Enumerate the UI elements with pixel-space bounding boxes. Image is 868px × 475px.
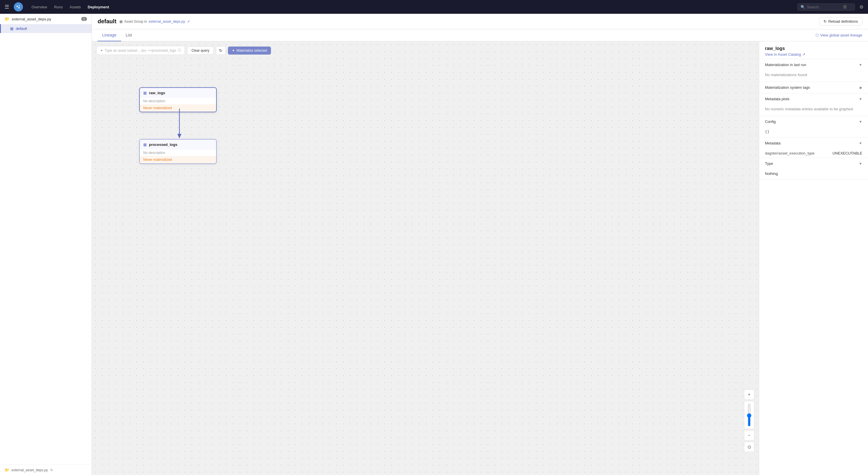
tabs-bar: Lineage List ⬡ View global asset lineage xyxy=(92,29,868,41)
reload-label: Reload definitions xyxy=(828,19,858,24)
node-raw-logs-name: raw_logs xyxy=(149,91,165,95)
view-in-catalog-link[interactable]: View in Asset Catalog ↗ xyxy=(765,52,862,57)
section-metadata-header[interactable]: Metadata ▼ xyxy=(759,138,868,149)
main-layout: 📁 external_asset_deps.py 1 ▦ default 📁 e… xyxy=(0,14,868,475)
meta-link[interactable]: external_asset_deps.py xyxy=(149,20,185,24)
clear-query-button[interactable]: Clear query xyxy=(187,47,214,55)
refresh-button[interactable]: ↻ xyxy=(216,46,226,55)
node-arrow xyxy=(177,109,182,141)
search-icon: 🔍 xyxy=(801,5,805,9)
section-metadata-plots: Metadata plots ▼ No numeric metadata ent… xyxy=(759,93,868,116)
sidebar-item-file[interactable]: 📁 external_asset_deps.py 1 xyxy=(0,14,92,24)
nav-assets[interactable]: Assets xyxy=(67,3,84,11)
group-icon: ▦ xyxy=(10,26,13,31)
node-processed-logs[interactable]: ▦ processed_logs No description Never ma… xyxy=(139,139,217,164)
svg-point-3 xyxy=(19,7,20,9)
subset-info-icon: ⓘ xyxy=(178,48,181,53)
settings-icon[interactable]: ⚙ xyxy=(859,4,863,10)
tab-lineage[interactable]: Lineage xyxy=(98,29,121,41)
section-metadata-plots-arrow: ▼ xyxy=(859,97,862,101)
section-type-arrow: ▼ xyxy=(859,162,862,166)
canvas-area: ✦ Type an asset subset... (ex: ++process… xyxy=(92,41,868,475)
tab-list[interactable]: List xyxy=(121,29,136,41)
materialize-icon: ✦ xyxy=(232,49,235,53)
section-materialization-last-run-header[interactable]: Materialization in last run ▼ xyxy=(759,59,868,70)
svg-point-2 xyxy=(19,5,20,6)
section-materialization-last-run: Materialization in last run ▼ No materia… xyxy=(759,59,868,82)
zoom-slider-container xyxy=(744,401,754,429)
global-lineage-link[interactable]: ⬡ View global asset lineage xyxy=(815,33,862,37)
canvas-toolbar: ✦ Type an asset subset... (ex: ++process… xyxy=(96,46,271,55)
section-metadata-arrow: ▼ xyxy=(859,141,862,145)
node-processed-logs-icon: ▦ xyxy=(143,143,147,147)
page-header: default ▦ Asset Group in external_asset_… xyxy=(92,14,868,29)
nav-overview[interactable]: Overview xyxy=(29,3,50,11)
section-type: Type ▼ Nothing xyxy=(759,158,868,179)
subset-placeholder-text: Type an asset subset... (ex: ++processed… xyxy=(105,49,176,53)
sidebar-bottom-refresh-icon[interactable]: ↻ xyxy=(50,468,53,472)
section-materialization-last-run-empty: No materializations found xyxy=(765,71,862,78)
search-shortcut: / xyxy=(843,5,847,9)
section-config-title: Config xyxy=(765,119,776,124)
section-materialization-system-tags-header[interactable]: Materialization system tags ▶ xyxy=(759,82,868,93)
section-materialization-system-tags-title: Materialization system tags xyxy=(765,85,810,90)
section-metadata-plots-title: Metadata plots xyxy=(765,97,789,101)
global-lineage-label: View global asset lineage xyxy=(820,33,862,37)
sidebar-bottom: 📁 external_asset_deps.py ↻ xyxy=(0,465,92,475)
section-metadata-plots-header[interactable]: Metadata plots ▼ xyxy=(759,93,868,105)
section-metadata-plots-content: No numeric metadata entries available to… xyxy=(759,105,868,116)
section-type-header[interactable]: Type ▼ xyxy=(759,158,868,169)
section-config-header[interactable]: Config ▼ xyxy=(759,116,868,127)
right-panel: raw_logs View in Asset Catalog ↗ Materia… xyxy=(759,41,868,475)
svg-point-0 xyxy=(16,4,21,10)
tabs: Lineage List xyxy=(98,29,136,41)
section-materialization-last-run-content: No materializations found xyxy=(759,70,868,82)
metadata-execution-type-value: UNEXECUTABLE xyxy=(832,151,862,155)
node-raw-logs-icon: ▦ xyxy=(143,91,147,95)
sidebar: 📁 external_asset_deps.py 1 ▦ default 📁 e… xyxy=(0,14,92,475)
sidebar-file-label: external_asset_deps.py xyxy=(12,17,51,21)
section-metadata-title: Metadata xyxy=(765,141,780,145)
nav-runs[interactable]: Runs xyxy=(51,3,65,11)
nav-deployment[interactable]: Deployment xyxy=(85,3,112,11)
zoom-reset-button[interactable]: ⊙ xyxy=(744,442,754,452)
search-bar[interactable]: 🔍 / xyxy=(797,3,855,11)
hamburger-icon[interactable]: ☰ xyxy=(5,4,9,10)
sidebar-item-default[interactable]: ▦ default xyxy=(0,24,92,33)
sidebar-group-label: default xyxy=(16,26,27,31)
zoom-in-button[interactable]: + xyxy=(744,389,754,400)
svg-point-1 xyxy=(17,6,18,7)
file-icon: 📁 xyxy=(5,17,9,21)
node-processed-logs-status: Never materialized xyxy=(140,156,216,164)
catalog-external-icon: ↗ xyxy=(802,52,805,57)
section-materialization-system-tags-arrow: ▶ xyxy=(860,86,862,90)
zoom-slider[interactable] xyxy=(746,404,752,426)
metadata-execution-type-row: dagster/asset_execution_type UNEXECUTABL… xyxy=(759,149,868,158)
content-area: default ▦ Asset Group in external_asset_… xyxy=(92,14,868,475)
top-navigation: ☰ Overview Runs Assets Deployment 🔍 / ⚙ xyxy=(0,0,868,14)
node-raw-logs-description: No description xyxy=(140,98,216,104)
app-logo xyxy=(14,2,23,11)
section-type-title: Type xyxy=(765,161,773,166)
subset-icon: ✦ xyxy=(100,49,103,53)
section-materialization-last-run-arrow: ▼ xyxy=(859,63,862,67)
zoom-controls: + − ⊙ xyxy=(744,389,754,452)
search-input[interactable] xyxy=(807,5,841,9)
zoom-out-button[interactable]: − xyxy=(744,430,754,441)
section-config: Config ▼ {} xyxy=(759,116,868,138)
sidebar-bottom-file-icon: 📁 xyxy=(5,468,9,472)
section-materialization-last-run-title: Materialization in last run xyxy=(765,63,806,67)
panel-header: raw_logs View in Asset Catalog ↗ xyxy=(759,41,868,59)
asset-subset-input[interactable]: ✦ Type an asset subset... (ex: ++process… xyxy=(96,46,185,55)
sidebar-badge: 1 xyxy=(81,17,87,21)
lineage-icon: ⬡ xyxy=(815,33,818,37)
external-link-icon: ↗ xyxy=(187,20,190,24)
svg-marker-5 xyxy=(177,134,181,139)
lineage-canvas[interactable]: ✦ Type an asset subset... (ex: ++process… xyxy=(92,41,759,475)
section-config-arrow: ▼ xyxy=(859,120,862,124)
materialize-selected-button[interactable]: ✦ Materialize selected xyxy=(228,47,271,55)
meta-text: Asset Group in xyxy=(124,20,147,24)
section-config-content: {} xyxy=(759,127,868,137)
reload-definitions-button[interactable]: ↻ Reload definitions xyxy=(819,17,862,26)
reload-icon: ↻ xyxy=(824,19,827,24)
